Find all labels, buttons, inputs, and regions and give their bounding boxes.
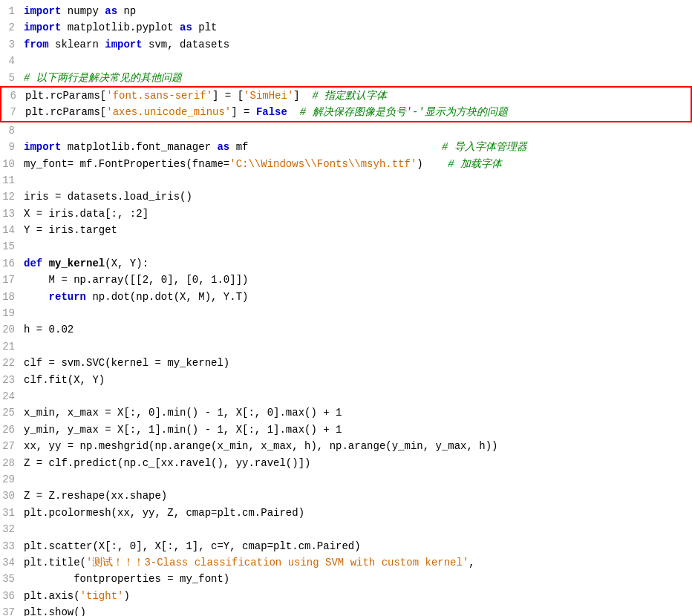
code-line: 1import numpy as np [0,3,692,19]
line-number: 26 [0,422,21,438]
line-number: 15 [0,238,21,255]
line-content: def my_kernel(X, Y): [21,255,692,272]
code-token: as [105,5,117,17]
code-line: 23clf.fit(X, Y) [0,372,692,388]
line-number: 16 [0,255,21,272]
code-token: plt.scatter(X[:, 0], X[:, 1], c=Y, cmap=… [24,540,361,552]
line-content: fontproperties = my_font) [21,571,692,587]
line-content: x_min, x_max = X[:, 0].min() - 1, X[:, 0… [21,404,692,421]
code-token: # 指定默认字体 [313,90,388,102]
code-token: plt.rcParams [25,90,100,102]
code-token: plt.show() [24,606,86,616]
code-line: 27xx, yy = np.meshgrid(np.arange(x_min, … [0,438,692,454]
code-token: clf = svm.SVC(kernel = my_kernel) [24,357,229,369]
code-line: 11 [0,172,692,189]
code-token: (X, Y): [105,258,148,269]
code-token: sklearn [49,39,105,50]
line-number: 18 [0,289,21,305]
code-line: 3from sklearn import svm, datasets [0,36,692,53]
code-token: np.dot(np.dot(X, M), Y.T) [86,291,248,303]
line-number: 1 [0,3,21,19]
code-token: numpy [61,5,105,17]
line-number: 35 [0,571,21,587]
line-number: 6 [1,88,22,104]
line-content: plt.show() [21,604,692,616]
line-number: 11 [0,172,21,189]
line-number: 30 [0,488,21,504]
code-line: 20h = 0.02 [0,321,692,338]
code-line: 10my_font= mf.FontProperties(fname='C:\\… [0,156,692,172]
code-line: 5# 以下两行是解决常见的其他问题 [0,70,692,86]
code-token: '测试！！！3-Class classification using SVM w… [86,557,469,569]
line-number: 20 [0,321,21,338]
code-token: ] [293,90,312,102]
line-number: 29 [0,471,21,488]
line-number: 32 [0,521,21,537]
code-token: ] = [231,106,256,118]
code-token: X = iris.data[:, :2] [24,208,148,220]
line-number: 21 [0,338,21,355]
line-number: 28 [0,455,21,471]
line-number: 17 [0,272,21,288]
code-line: 7plt.rcParams['axes.unicode_minus'] = Fa… [1,104,691,120]
code-line: 16def my_kernel(X, Y): [0,255,692,272]
code-token: np [117,5,136,17]
code-token: x_min, x_max = X[:, 0].min() - 1, X[:, 0… [24,407,342,419]
code-line: 26y_min, y_max = X[:, 1].min() - 1, X[:,… [0,422,692,438]
code-token: my_kernel [49,258,105,269]
code-line: 6plt.rcParams['font.sans-serif'] = ['Sim… [1,88,691,104]
code-token: M = np.array([[2, 0], [0, 1.0]]) [24,274,248,286]
line-content: # 以下两行是解决常见的其他问题 [21,70,692,86]
line-number: 25 [0,404,21,421]
code-line: 19 [0,305,692,321]
line-content: plt.pcolormesh(xx, yy, Z, cmap=plt.cm.Pa… [21,505,692,521]
line-content: import numpy as np [21,3,692,19]
code-token: 'tight' [80,590,124,602]
code-line: 9import matplotlib.font_manager as mf # … [0,139,692,155]
code-token: my_font= mf.FontProperties(fname= [24,158,229,170]
line-number: 12 [0,189,21,205]
code-token [24,291,49,303]
code-token: 'font.sans-serif' [106,90,212,102]
line-number: 7 [1,104,22,120]
line-number: 10 [0,156,21,172]
code-line: 4 [0,53,692,69]
line-number: 13 [0,206,21,222]
line-number: 5 [0,70,21,86]
line-content: plt.scatter(X[:, 0], X[:, 1], c=Y, cmap=… [21,538,692,554]
code-line: 8 [0,122,692,139]
code-token: Y = iris.target [24,224,117,236]
code-token: ) [417,158,448,170]
line-content: xx, yy = np.meshgrid(np.arange(x_min, x_… [21,438,692,454]
code-line: 28Z = clf.predict(np.c_[xx.ravel(), yy.r… [0,455,692,471]
code-token: from [24,39,49,50]
line-content: iris = datasets.load_iris() [21,189,692,205]
highlight-block: 6plt.rcParams['font.sans-serif'] = ['Sim… [0,86,692,122]
code-token: False [256,106,287,118]
line-number: 36 [0,588,21,604]
code-line: 22clf = svm.SVC(kernel = my_kernel) [0,355,692,371]
code-token: [ [100,106,106,118]
line-number: 2 [0,19,21,36]
line-content: return np.dot(np.dot(X, M), Y.T) [21,289,692,305]
code-line: 14Y = iris.target [0,222,692,238]
code-line: 2import matplotlib.pyplot as plt [0,19,692,36]
code-line: 18 return np.dot(np.dot(X, M), Y.T) [0,289,692,305]
code-token: ] = [ [212,90,244,102]
code-token: import [24,22,61,33]
line-content: plt.rcParams['axes.unicode_minus'] = Fal… [22,104,691,120]
code-token: ) [123,590,129,602]
line-content: import matplotlib.pyplot as plt [21,19,692,36]
code-token: import [24,141,61,153]
code-token: 'SimHei' [244,90,293,102]
line-number: 24 [0,388,21,404]
line-content: plt.title('测试！！！3-Class classification u… [21,554,692,571]
code-token: plt.rcParams [25,106,100,118]
code-line: 29 [0,471,692,488]
line-content: import matplotlib.font_manager as mf # 导… [21,139,692,155]
line-number: 34 [0,554,21,571]
line-number: 37 [0,604,21,616]
code-token: # 以下两行是解决常见的其他问题 [24,72,182,84]
line-content: X = iris.data[:, :2] [21,206,692,222]
line-content: h = 0.02 [21,321,692,338]
